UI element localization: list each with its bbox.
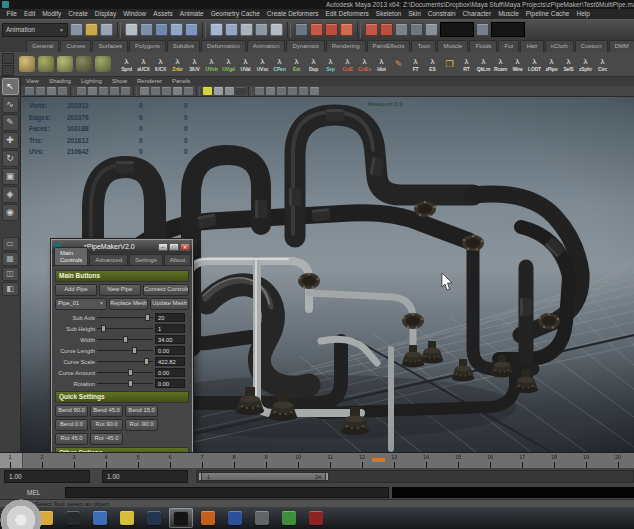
panel-toolbar-icon[interactable] [110,87,119,95]
panel-toolbar-icon[interactable] [162,87,171,95]
shelf-tab-rendering[interactable]: Rendering [326,40,366,52]
rot-45-0-button[interactable]: Rot 45.0 [55,433,88,445]
status-icon[interactable] [70,23,83,36]
slider-groove-sub-height[interactable] [97,324,153,333]
status-icon[interactable] [100,23,113,36]
panel-menu-show[interactable]: Show [107,77,132,86]
command-line-input[interactable] [65,487,389,498]
shelf-button-3luv[interactable]: λ3lUV [186,57,203,72]
panel-menu-shading[interactable]: Shading [44,77,76,86]
shelf-tab-painteffects[interactable]: PaintEffects [367,40,411,52]
shelf-button-wire[interactable]: λWire [509,57,526,72]
range-slider-bar[interactable]: 1 24 [200,472,328,481]
shelf-tab-subdivs[interactable]: Subdivs [167,40,200,52]
animation-start-field[interactable]: 1.00 [4,470,90,483]
shelf-button-dup[interactable]: λDup [305,57,322,72]
shelf-tab-ncloth[interactable]: nCloth [545,40,574,52]
taskbar-app-icon[interactable] [255,511,269,525]
panel-menu-renderer[interactable]: Renderer [132,77,167,86]
status-icon[interactable] [295,23,308,36]
panel-toolbar-icon[interactable] [266,87,275,95]
shelf-button-ft[interactable]: λFT [407,57,424,72]
slider-value-field[interactable]: 0.00 [155,368,185,377]
slider-groove-curve-length[interactable] [97,346,153,355]
status-icon[interactable] [476,23,489,36]
close-button[interactable]: ✕ [180,243,190,251]
menu-animate[interactable]: Animate [176,9,207,19]
status-icon[interactable] [255,23,268,36]
outliner-pane-layout[interactable]: ◧ [2,282,19,296]
panel-toolbar-icon[interactable] [277,87,286,95]
shelf-tab-curves[interactable]: Curves [60,40,91,52]
select-tool[interactable]: ↖ [2,78,19,95]
maximize-button[interactable]: ▢ [169,243,179,251]
menu-edit[interactable]: Edit [20,9,38,19]
slider-value-field[interactable]: 20 [155,313,185,322]
shelf-button-ext[interactable]: λExt [288,57,305,72]
taskbar-app-slot[interactable] [142,508,166,528]
pencil-icon[interactable]: ✎ [390,60,407,69]
tab-advanced[interactable]: Advanced [89,254,128,265]
shelf-tab-dmm[interactable]: DMM [609,40,634,52]
taskbar-app-icon[interactable] [66,511,80,525]
status-icon[interactable] [395,23,408,36]
taskbar-app-slot[interactable] [88,508,112,528]
bend-0-0-button[interactable]: Bend 0.0 [55,419,88,431]
taskbar-app-icon[interactable] [93,511,107,525]
shelf-button-uvsc[interactable]: λUVsc [254,57,271,72]
menu-modify[interactable]: Modify [39,9,65,19]
universal-manipulator-tool[interactable]: ◈ [2,186,19,203]
status-icon[interactable] [185,23,198,36]
pipe-select-dropdown[interactable]: Pipe_01 ▼ [55,298,107,310]
shelf-preset-icon[interactable] [38,56,54,72]
slider-handle[interactable] [128,369,133,376]
shelf-button-sprd[interactable]: λSprd [118,57,135,72]
taskbar-app-slot[interactable] [250,508,274,528]
menu-create[interactable]: Create [65,9,92,19]
panel-menu-lighting[interactable]: Lighting [76,77,107,86]
shelf-scroll-up-button[interactable] [2,53,14,64]
shelf-preset-icon[interactable] [57,56,73,72]
status-icon[interactable] [310,23,323,36]
menu-muscle[interactable]: Muscle [495,9,523,19]
panel-toolbar-icon[interactable] [58,87,67,95]
panel-toolbar-icon[interactable] [255,87,264,95]
taskbar-app-icon[interactable] [120,511,134,525]
shelf-button-hist[interactable]: λHist [373,57,390,72]
rot-45-0-button[interactable]: Rot -45.0 [90,433,123,445]
taskbar-app-icon[interactable] [282,511,296,525]
panel-toolbar-icon[interactable] [203,87,212,95]
slider-groove-curve-scale[interactable] [97,357,153,366]
perspective-viewport[interactable]: Verts:10291200Edges:20237600Faces:100188… [21,97,634,452]
status-icon[interactable] [365,23,378,36]
menu-window[interactable]: Window [120,9,150,19]
shelf-tab-hair[interactable]: Hair [520,40,543,52]
panel-toolbar-icon[interactable] [225,87,234,95]
range-slider-track[interactable]: 1 24 [196,470,634,483]
menu-set-dropdown[interactable]: Animation ▼ [2,23,68,37]
rot-90-0-button[interactable]: Rot -90.0 [125,419,158,431]
slider-handle[interactable] [101,325,106,332]
shelf-button-znbr[interactable]: λZnbr [169,57,186,72]
slider-value-field[interactable]: 1 [155,324,185,333]
shelf-button-uvgd[interactable]: λUVgd [220,57,237,72]
status-icon[interactable] [240,23,253,36]
shelf-tab-polygons[interactable]: Polygons [129,40,166,52]
menu-file[interactable]: File [3,9,20,19]
scale-tool[interactable]: ▣ [2,168,19,185]
add-pipe-button[interactable]: Add Pipe [55,284,97,296]
status-icon[interactable] [270,23,283,36]
update-mesh-button[interactable]: Update Mesh [150,298,189,310]
bend-15-0-button[interactable]: Bend 15.0 [125,405,158,417]
status-icon[interactable] [210,23,223,36]
menu-skin[interactable]: Skin [405,9,425,19]
slider-handle[interactable] [132,347,137,354]
slider-value-field[interactable]: 34.00 [155,335,185,344]
input-field-numeric[interactable] [491,22,525,37]
shelf-tab-muscle[interactable]: Muscle [437,40,468,52]
shelf-button-rt[interactable]: λRT [458,57,475,72]
move-tool[interactable]: ✚ [2,132,19,149]
panel-toolbar-icon[interactable] [99,87,108,95]
taskbar-app-slot[interactable] [277,508,301,528]
menu-assets[interactable]: Assets [150,9,177,19]
